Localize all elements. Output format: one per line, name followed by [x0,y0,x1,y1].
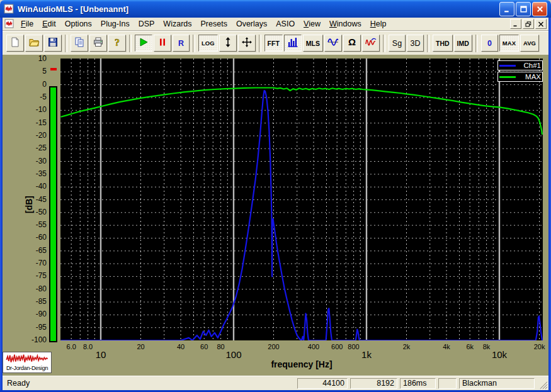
play-icon [138,36,149,50]
y-tick-label: -100 [19,336,47,344]
imd-label: IMD [457,40,469,47]
menu-file[interactable]: File [16,18,38,30]
y-tick-label: -65 [19,247,47,255]
open-folder-icon [28,36,40,50]
status-field-fft-size: 8192 [350,378,397,389]
app-icon [4,4,14,14]
menu-presets[interactable]: Presets [196,18,232,30]
svg-text:?: ? [115,36,120,47]
y-tick-label: -80 [19,285,47,293]
menu-wizards[interactable]: Wizards [159,18,196,30]
x-decade-label: 10k [492,349,507,360]
x-decade-label: 1k [361,349,372,360]
y-tick-label: 0 [19,81,47,89]
title-bar[interactable]: WinAudioMLS - [Unbenannt] [0,0,551,18]
copy-icon [74,36,85,50]
impulse-icon [365,36,377,50]
move-arrows-icon [241,36,253,50]
menu-help[interactable]: Help [366,18,391,30]
impulse-response-button[interactable] [362,35,380,52]
open-button[interactable] [25,35,43,52]
close-button[interactable] [532,2,547,16]
sine-wave-icon [327,36,339,50]
average-button[interactable]: AVG [520,35,539,52]
pan-button[interactable] [238,35,256,52]
maximize-button[interactable] [516,2,531,16]
x-decade-label: 10 [96,349,106,360]
y-tick-label: 5 [19,67,47,76]
max-hold-label: MAX [503,40,516,47]
legend-line-sample [499,65,516,67]
signal-generator-button[interactable]: Sg [389,35,406,52]
window-title: WinAudioMLS - [Unbenannt] [18,4,128,14]
mdi-restore-button[interactable] [523,19,534,29]
status-field-time: 186ms [400,378,436,389]
legend-line-sample [499,76,516,78]
y-tick-label: 10 [19,55,47,63]
log-scale-label: LOG [202,40,215,47]
copy-button[interactable] [71,35,88,52]
pause-icon [157,36,168,50]
print-button[interactable] [89,35,107,52]
level-meter [49,86,57,342]
x-tick-label: 80 [217,343,224,350]
y-tick-label: -90 [19,310,47,318]
y-tick-label: -60 [19,233,47,242]
oscilloscope-button[interactable] [324,35,342,52]
status-message: Ready [7,379,30,388]
record-button[interactable]: R [173,35,190,52]
vertical-scale-button[interactable] [219,35,237,52]
resize-grip[interactable] [539,381,548,389]
help-button[interactable]: ? [108,35,126,52]
new-file-icon [9,36,21,50]
toolbar-separator [129,35,132,52]
legend: Ch#1MAX [497,60,543,83]
average-label: AVG [523,40,536,47]
fft-button[interactable]: FFT [264,35,283,52]
mdi-minimize-button[interactable] [510,19,521,29]
menu-asio[interactable]: ASIO [271,18,299,30]
toolbar-separator [65,35,67,52]
y-tick-label: -85 [19,298,47,306]
y-tick-label: -95 [19,323,47,332]
new-button[interactable] [6,35,24,52]
x-tick-label: 800 [348,343,359,350]
log-scale-button[interactable]: LOG [198,35,218,52]
menu-options[interactable]: Options [60,18,96,30]
menu-view[interactable]: View [299,18,325,30]
spectrum-button[interactable] [284,35,302,52]
menu-dsp[interactable]: DSP [134,18,159,30]
mdi-close-button[interactable] [535,19,547,29]
impedance-button[interactable]: Ω [343,35,361,52]
x-tick-label: 600 [331,343,343,350]
reset-button[interactable]: 0 [481,35,498,52]
save-button[interactable] [44,35,62,52]
menu-windows[interactable]: Windows [325,18,366,30]
menu-edit[interactable]: Edit [38,18,60,30]
y-tick-label: -30 [19,157,47,165]
menu-overlays[interactable]: Overlays [232,18,271,30]
logo-text: Dr-Jordan-Design [3,366,51,371]
status-field-spare [438,378,457,389]
pause-button[interactable] [154,35,171,52]
imd-button[interactable]: IMD [454,35,472,52]
menu-plug-ins[interactable]: Plug-Ins [96,18,134,30]
max-hold-button[interactable]: MAX [499,35,519,52]
y-tick-label: -15 [19,119,47,127]
mls-button[interactable]: MLS [303,35,323,52]
vendor-logo: Dr-Jordan-Design [3,352,52,373]
document-icon[interactable] [4,19,14,29]
view-3d-button[interactable]: 3D [407,35,424,52]
spectrum-bars-icon [287,36,298,50]
printer-icon [93,36,104,50]
minimize-button[interactable] [499,2,514,16]
menu-bar: FileEditOptionsPlug-InsDSPWizardsPresets… [3,18,548,31]
view-3d-label: 3D [411,39,421,48]
legend-entry: MAX [497,72,543,82]
thd-button[interactable]: THD [433,35,453,52]
play-button[interactable] [135,35,152,52]
omega-icon: Ω [346,36,358,50]
plot-canvas[interactable] [60,59,543,340]
x-tick-label: 4k [443,343,450,350]
x-tick-label: 200 [268,343,279,350]
